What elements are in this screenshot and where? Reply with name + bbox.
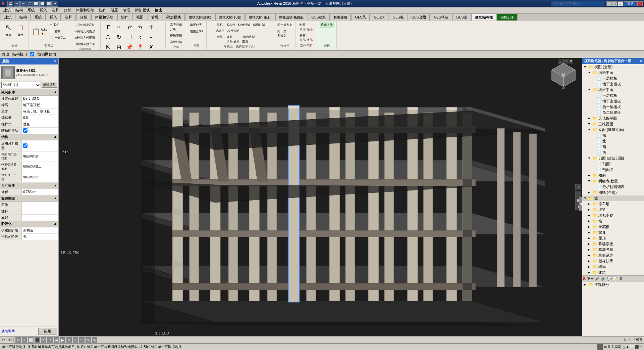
steel-new-btn[interactable]: 抢钢上传 <box>320 22 334 28</box>
pb-floor1[interactable]: 📄 一层楼板 <box>582 76 644 81</box>
section-dimensions[interactable]: 尺寸标注 ▲ <box>0 183 58 189</box>
menu-addins[interactable]: 附加模块 <box>133 7 152 13</box>
type-select[interactable]: 结构柱 (1) <box>1 82 41 88</box>
properties-close-btn[interactable]: × <box>54 59 56 63</box>
part-desc-btn[interactable]: 构件说明 <box>226 28 240 34</box>
pb-floor-plan[interactable]: ▼ 📁 楼层平面 <box>582 87 644 93</box>
annotation-btn[interactable]: 📝 <box>613 276 618 281</box>
menu-mass[interactable]: 体量和场地 <box>74 7 96 13</box>
panel-collapse-btn[interactable]: ◀ <box>579 197 582 211</box>
sketch-btn[interactable]: Sk <box>92 337 97 343</box>
pb-ceiling[interactable]: ▶ 📁 天花板 <box>582 224 644 230</box>
copy-with-sel-btn[interactable]: ⬜ 与选定... <box>49 35 67 41</box>
shadow-btn[interactable]: Sh <box>86 337 91 343</box>
tab-mass[interactable]: 体量和场地 <box>91 14 117 20</box>
pb-annotation-symbol[interactable]: ▶ 📁 注释符号 <box>582 282 644 288</box>
section-limit[interactable]: 限制条件 ▲ <box>0 89 58 96</box>
menu-collab[interactable]: 协作 <box>97 7 108 13</box>
tab-gls-wind[interactable]: GLS风 <box>351 14 370 20</box>
fast-process-btn[interactable]: 快速过滤 <box>237 22 251 28</box>
qa-dropdown[interactable]: ▼ <box>52 1 58 7</box>
viewport[interactable]: 1 : 100 Att IR 16.786 前 前 <box>59 58 582 336</box>
chat-btn[interactable]: 💬 <box>607 276 612 281</box>
3d-view-btn[interactable]: 3D <box>41 337 46 343</box>
mic-btn[interactable]: 🎤 <box>595 276 600 281</box>
close-btn[interactable]: ✕ <box>637 1 643 6</box>
section-structure[interactable]: 结构 ▲ <box>0 134 58 140</box>
pb-elev-east[interactable]: 📄 东 <box>582 133 644 138</box>
grid-move-checkbox[interactable] <box>30 52 34 56</box>
zoom-out-btn[interactable]: − <box>575 191 581 197</box>
split-top-btn[interactable]: 分离顶部/底部 <box>225 34 240 44</box>
signin-btn[interactable]: 登录 <box>624 1 637 6</box>
quick-save-btn[interactable]: 💾 <box>7 1 13 7</box>
tab-gls-draw[interactable]: GLS出图 <box>408 14 430 20</box>
align-dim-btn[interactable]: 偏置对齐 <box>189 22 203 28</box>
pb-fill-pattern[interactable]: ▶ 📁 填充图案 <box>582 213 644 218</box>
pb-basement-top[interactable]: 📄 地下室顶板 <box>582 81 644 87</box>
reset-top-btn[interactable]: 顶部/底部重置 <box>241 34 256 44</box>
rotate-btn[interactable]: ↻ <box>114 32 124 42</box>
pb-section[interactable]: ▼ 📁 剖面 (建筑剖面) <box>582 156 644 161</box>
cut-geo-btn[interactable]: ✂剪切几何图形 <box>73 29 96 34</box>
move-btn[interactable]: ✛ <box>146 22 156 32</box>
trim-btn[interactable]: ⊣ <box>124 32 135 42</box>
tab-modeler-arch[interactable]: 建模大师(建筑) <box>185 14 215 20</box>
tab-structure[interactable]: 结构 <box>16 14 31 20</box>
qa-btn1[interactable]: ⬜ <box>33 1 39 7</box>
tab-gls-elec[interactable]: GLS电 <box>389 14 407 20</box>
pb-structure[interactable]: ▶ 📁 建筑 <box>582 270 644 275</box>
tab-analyze[interactable]: 分析 <box>76 14 91 20</box>
pb-elev-south[interactable]: 📄 南 <box>582 144 644 150</box>
detach-btn[interactable]: 分离顶部/底部 <box>299 33 314 43</box>
tab-peak[interactable]: 峰视山块-免费版 <box>275 14 307 20</box>
pb-sheets[interactable]: ▶ 📁 图纸 (全部) <box>582 190 644 195</box>
tab-mep-common[interactable]: 机电通用 <box>330 14 351 20</box>
pb-railing[interactable]: ▶ 📁 栏杆扶手 <box>582 258 644 264</box>
tab-collab[interactable]: 协作 <box>117 14 132 20</box>
pb-section2[interactable]: 📄 剖面 2 <box>582 167 644 173</box>
sun-btn[interactable]: ☀ <box>22 337 27 343</box>
tab-modify-col[interactable]: 修改|结构柱 <box>471 14 496 20</box>
pb-furniture[interactable]: ▶ 📁 家具 <box>582 230 644 235</box>
scale-btn[interactable]: ⇱ <box>103 42 113 50</box>
delete-btn[interactable]: ✗ <box>146 42 156 50</box>
paste-btn[interactable]: 📋 粘贴▼ <box>31 22 48 41</box>
pb-legend[interactable]: ▶ 📁 图例 <box>582 173 644 178</box>
pb-floor-plan-b2[interactable]: 📄 负二层楼板 <box>582 110 644 116</box>
pb-elev-north[interactable]: 📄 北 <box>582 138 644 144</box>
tab-modeler-mep[interactable]: 建模大师(机电) <box>215 14 245 20</box>
cut-btn[interactable]: ✂ 剪切 <box>49 22 67 28</box>
qa-btn3[interactable]: ⬜ <box>46 1 52 7</box>
section-identity[interactable]: 标识数据 ▲ <box>0 195 58 202</box>
lang-selector[interactable]: 英▼ <box>587 276 594 281</box>
search-input[interactable] <box>551 1 604 6</box>
pb-floor-plan-b1[interactable]: 📄 负一层楼板 <box>582 104 644 110</box>
pb-curtain-panel[interactable]: ▶ 📁 幕墙嵌板 <box>582 241 644 247</box>
pb-elev-west[interactable]: 📄 西 <box>582 150 644 156</box>
settings2-btn[interactable]: ⚙ <box>619 276 623 281</box>
pb-ceiling-plan[interactable]: ▶ 📁 天花板平面 <box>582 116 644 121</box>
undo-btn[interactable]: ↩ <box>14 1 20 7</box>
redo-btn[interactable]: ↪ <box>20 1 26 7</box>
nav-next-btn[interactable]: ▶ <box>60 337 65 343</box>
split-btn[interactable]: ⌇ <box>135 32 145 42</box>
tab-insert[interactable]: 插入 <box>46 14 61 20</box>
pb-ramp[interactable]: ▶ 📁 坡道 <box>582 207 644 213</box>
same-type-btn[interactable]: 同一类型名 <box>276 22 293 28</box>
tab-manage[interactable]: 管理 <box>148 14 162 20</box>
fine-filter-btn[interactable]: 精细过滤 <box>252 22 266 28</box>
multi-select-btn[interactable]: 单机 <box>215 22 225 28</box>
maximize-btn[interactable]: □ <box>612 1 618 6</box>
section-phasing[interactable]: 阶段化 ▲ <box>0 221 58 227</box>
edit-type-btn[interactable]: 编辑类型 <box>42 82 57 88</box>
pb-schedules[interactable]: ▼ 📁 明细表/数量 <box>582 178 644 184</box>
print-btn[interactable]: 🖨 <box>26 1 33 7</box>
pb-col-schedule[interactable]: 📄 分析柱明细表 <box>582 184 644 190</box>
menu-insert[interactable]: 插入 <box>38 7 49 13</box>
mirror-axis-btn[interactable]: ⇄ <box>124 22 135 32</box>
pb-close-btn[interactable]: × <box>640 59 642 63</box>
tab-gls-deco[interactable]: GLS精装 <box>430 14 452 20</box>
pb-parking[interactable]: ▶ 📁 停车场 <box>582 201 644 207</box>
mirror-draw-btn[interactable]: ⇆ <box>135 22 145 32</box>
